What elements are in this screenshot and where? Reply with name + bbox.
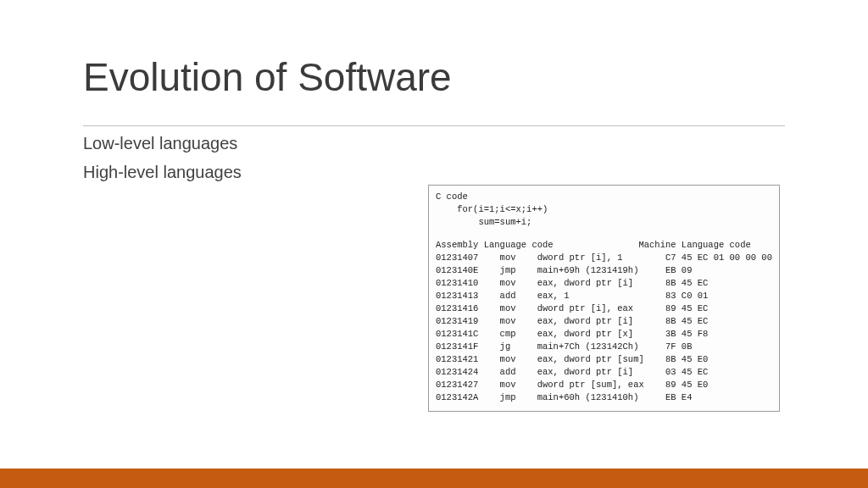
bullet-high-level: High-level languages bbox=[83, 163, 242, 182]
asm-row: 01231419 mov eax, dword ptr [i] 8B 45 EC bbox=[436, 315, 772, 328]
asm-row: 01231424 add eax, dword ptr [i] 03 45 EC bbox=[436, 366, 772, 379]
c-code-header: C code bbox=[436, 191, 772, 203]
code-comparison-box: C code for(i=1;i<=x;i++) sum=sum+i; Asse… bbox=[428, 185, 780, 412]
asm-header-row: Assembly Language code Machine Language … bbox=[436, 239, 772, 252]
c-code-line: for(i=1;i<=x;i++) bbox=[436, 203, 772, 216]
slide: Evolution of Software Low-level language… bbox=[0, 0, 868, 488]
asm-row: 0123142A jmp main+60h (1231410h) EB E4 bbox=[436, 391, 772, 404]
c-code-line: sum=sum+i; bbox=[436, 216, 772, 229]
asm-row: 01231421 mov eax, dword ptr [sum] 8B 45 … bbox=[436, 353, 772, 366]
asm-row: 01231416 mov dword ptr [i], eax 89 45 EC bbox=[436, 302, 772, 315]
asm-row: 01231427 mov dword ptr [sum], eax 89 45 … bbox=[436, 379, 772, 391]
asm-row: 0123140E jmp main+69h (1231419h) EB 09 bbox=[436, 264, 772, 277]
asm-row: 01231410 mov eax, dword ptr [i] 8B 45 EC bbox=[436, 277, 772, 290]
title-underline bbox=[83, 125, 785, 126]
slide-title: Evolution of Software bbox=[83, 54, 452, 100]
bullet-low-level: Low-level languages bbox=[83, 134, 237, 153]
asm-row: 01231407 mov dword ptr [i], 1 C7 45 EC 0… bbox=[436, 252, 772, 264]
asm-row: 0123141C cmp eax, dword ptr [x] 3B 45 F8 bbox=[436, 328, 772, 341]
asm-row: 0123141F jg main+7Ch (123142Ch) 7F 0B bbox=[436, 341, 772, 353]
footer-accent-bar bbox=[0, 473, 868, 488]
asm-row: 01231413 add eax, 1 83 C0 01 bbox=[436, 290, 772, 302]
